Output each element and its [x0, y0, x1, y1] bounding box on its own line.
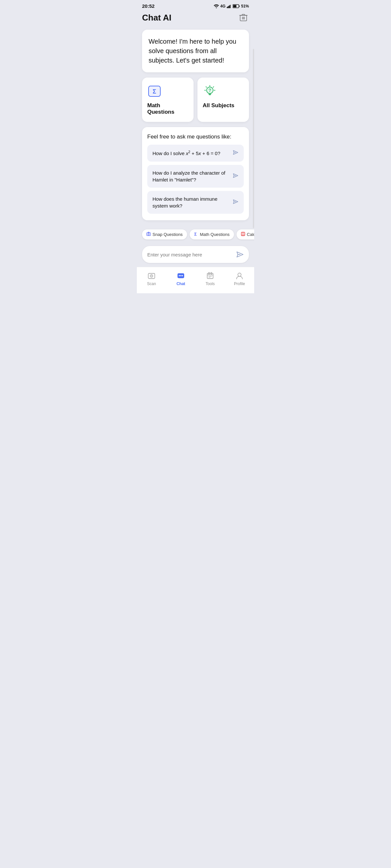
quick-actions-bar: Snap Questions Σ Math Questions Calculat…: [137, 225, 254, 243]
main-content: Welcome! I'm here to help you solve ques…: [137, 27, 254, 220]
svg-point-30: [243, 234, 243, 235]
send-icon-1: [232, 149, 239, 157]
snap-chip-label: Snap Questions: [152, 232, 183, 237]
svg-point-38: [151, 276, 152, 277]
svg-rect-28: [242, 232, 244, 234]
tools-nav-label: Tools: [206, 281, 215, 286]
profile-nav-label: Profile: [234, 281, 245, 286]
category-row: Σ Math Questions ?: [142, 78, 249, 122]
app-title: Chat AI: [142, 13, 171, 23]
svg-point-33: [243, 235, 243, 236]
math-icon: Σ: [147, 84, 161, 98]
svg-point-25: [148, 233, 150, 235]
bottom-nav: Scan Chat Tools: [137, 267, 254, 293]
svg-rect-20: [209, 94, 211, 95]
svg-rect-2: [228, 6, 229, 8]
svg-rect-43: [207, 273, 213, 279]
svg-rect-4: [230, 5, 231, 8]
chat-nav-label: Chat: [177, 281, 185, 286]
send-message-button[interactable]: [236, 251, 244, 258]
math-questions-chip[interactable]: Σ Math Questions: [190, 229, 234, 240]
question-item-2[interactable]: How do I analyze the character of Hamlet…: [147, 165, 244, 188]
question-text-2: How do I analyze the character of Hamlet…: [152, 169, 229, 183]
svg-point-40: [179, 275, 180, 276]
svg-rect-24: [147, 232, 151, 236]
welcome-text: Welcome! I'm here to help you solve ques…: [149, 37, 242, 65]
profile-nav-icon: [235, 272, 244, 280]
battery-icon: [233, 4, 240, 8]
calculator-chip-icon: [241, 232, 245, 237]
svg-point-49: [238, 273, 241, 276]
svg-point-32: [242, 235, 242, 236]
svg-rect-19: [209, 94, 211, 94]
math-category-label: Math Questions: [147, 102, 188, 115]
message-input-area: [137, 243, 254, 267]
svg-text:Σ: Σ: [194, 232, 197, 236]
all-subjects-card[interactable]: ? All Subjects: [198, 78, 249, 122]
svg-point-29: [242, 234, 242, 235]
sigma-chip-icon: Σ: [194, 232, 199, 237]
send-icon-3: [232, 198, 239, 206]
svg-rect-1: [227, 7, 228, 8]
nav-item-chat[interactable]: Chat: [166, 270, 196, 288]
questions-header: Feel free to ask me questions like:: [147, 133, 244, 140]
question-item-1[interactable]: How do I solve x2 + 5x + 6 = 0?: [147, 145, 244, 162]
math-questions-card[interactable]: Σ Math Questions: [142, 78, 193, 122]
wifi-icon: [214, 4, 219, 8]
nav-item-scan[interactable]: Scan: [137, 270, 166, 288]
signal-bars-icon: [227, 4, 231, 8]
subjects-category-label: All Subjects: [203, 102, 234, 109]
scan-nav-icon: [147, 272, 156, 280]
app-header: Chat AI: [137, 11, 254, 27]
status-bar: 20:52 4G 51%: [137, 0, 254, 11]
status-icons: 4G 51%: [214, 4, 249, 8]
send-icon-2: [232, 173, 239, 180]
message-input[interactable]: [147, 252, 236, 257]
scrollbar: [253, 49, 254, 228]
question-item-3[interactable]: How does the human immune system work?: [147, 191, 244, 214]
svg-rect-8: [239, 5, 239, 7]
clear-chat-button[interactable]: [238, 12, 249, 23]
svg-point-31: [244, 234, 244, 235]
svg-line-15: [213, 87, 214, 87]
camera-chip-icon: [146, 232, 151, 237]
message-input-container: [142, 246, 249, 263]
svg-rect-3: [229, 5, 230, 8]
send-message-icon: [236, 251, 244, 258]
svg-point-41: [180, 275, 181, 276]
welcome-card: Welcome! I'm here to help you solve ques…: [142, 30, 249, 72]
svg-point-34: [244, 235, 244, 236]
svg-text:Σ: Σ: [153, 88, 156, 95]
math-chip-label: Math Questions: [200, 232, 230, 237]
nav-item-profile[interactable]: Profile: [225, 270, 254, 288]
chat-nav-icon: [177, 272, 185, 280]
calculator-chip[interactable]: Calculator: [237, 229, 254, 240]
signal-label: 4G: [220, 4, 225, 8]
subjects-icon: ?: [203, 84, 217, 98]
status-time: 20:52: [142, 3, 154, 9]
svg-point-42: [182, 275, 183, 276]
questions-card: Feel free to ask me questions like: How …: [142, 127, 249, 220]
svg-text:?: ?: [209, 88, 211, 93]
question-text-1: How do I solve x2 + 5x + 6 = 0?: [152, 150, 229, 157]
svg-line-17: [206, 87, 207, 87]
svg-rect-7: [233, 5, 236, 7]
battery-label: 51%: [241, 4, 249, 8]
svg-point-0: [216, 7, 217, 8]
tools-nav-icon: [206, 272, 214, 280]
nav-item-tools[interactable]: Tools: [196, 270, 225, 288]
calculator-chip-label: Calculator: [247, 232, 254, 237]
trash-icon: [239, 13, 248, 22]
snap-questions-chip[interactable]: Snap Questions: [142, 229, 187, 240]
svg-rect-5: [231, 4, 231, 8]
question-text-3: How does the human immune system work?: [152, 195, 229, 209]
scan-nav-label: Scan: [147, 281, 156, 286]
